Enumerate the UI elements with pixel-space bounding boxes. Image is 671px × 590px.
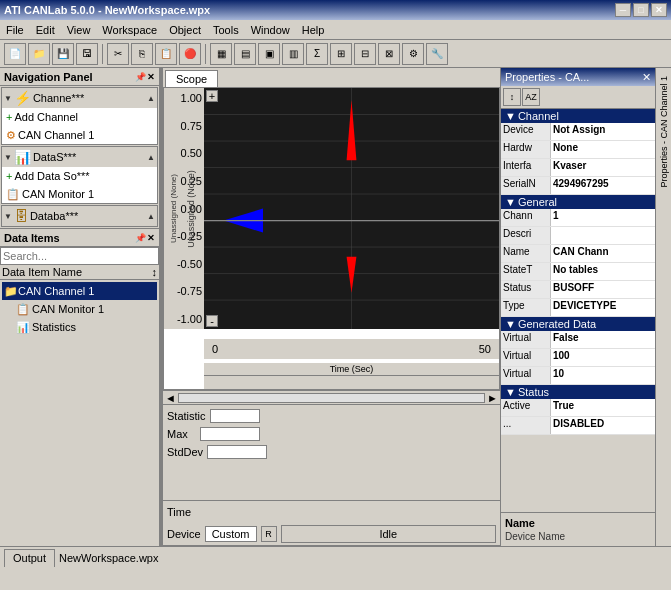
channel-section-header[interactable]: ▼ Channel (501, 109, 655, 123)
can-monitor-1-item[interactable]: 📋 CAN Monitor 1 (2, 185, 157, 203)
paste-button[interactable]: 📋 (155, 43, 177, 65)
h-scrollbar2[interactable] (178, 393, 485, 403)
stats-area: Statistic Max StdDev (163, 405, 500, 501)
props-az-btn[interactable]: AZ (522, 88, 540, 106)
chart-scroll-up[interactable]: + (206, 90, 218, 102)
scope-tab[interactable]: Scope (165, 70, 218, 87)
statistics-icon: 📊 (16, 321, 30, 334)
cut-button[interactable]: ✂ (107, 43, 129, 65)
tool-btn9[interactable]: ▥ (282, 43, 304, 65)
x-axis-title: Time (Sec) (330, 364, 374, 374)
props-row-status: Status BUSOFF (501, 281, 655, 299)
props-row-state: StateT No tables (501, 263, 655, 281)
close-button[interactable]: ✕ (651, 3, 667, 17)
channels-section-header[interactable]: ▼ ⚡ Channe*** ▲ (2, 88, 157, 108)
properties-close-btn[interactable]: ✕ (642, 71, 651, 84)
chart-scroll-down[interactable]: - (206, 315, 218, 327)
menu-workspace[interactable]: Workspace (96, 22, 163, 38)
new-button[interactable]: 📄 (4, 43, 26, 65)
x-label-0: 0 (212, 343, 218, 355)
general-section-label: General (518, 196, 557, 208)
tool-btn5[interactable]: 🔴 (179, 43, 201, 65)
nav-pin-button[interactable]: 📌 (135, 72, 146, 82)
datasources-section-header[interactable]: ▼ 📊 DataS*** ▲ (2, 147, 157, 167)
props-key-channel: Chann (501, 209, 551, 226)
svg-marker-10 (347, 257, 357, 293)
nav-close-button[interactable]: ✕ (147, 72, 155, 82)
menu-help[interactable]: Help (296, 22, 331, 38)
general-section-header[interactable]: ▼ General (501, 195, 655, 209)
data-items-panel: Data Items 📌 ✕ Data Item Name ↕ 📁 (0, 228, 159, 338)
maximize-button[interactable]: □ (633, 3, 649, 17)
can-channel-1-item[interactable]: ⚙ CAN Channel 1 (2, 126, 157, 144)
datasources-icon: 📊 (14, 149, 31, 165)
data-item-statistics[interactable]: 📊 Statistics (2, 318, 157, 336)
data-item-can-channel[interactable]: 📁 CAN Channel 1 (2, 282, 157, 300)
device-bar: Device Custom R Idle (163, 522, 500, 546)
data-items-pin[interactable]: 📌 (135, 233, 146, 243)
h-scrollbar[interactable] (204, 375, 499, 389)
add-channel-item[interactable]: + Add Channel (2, 108, 157, 126)
database-section-header[interactable]: ▼ 🗄 Databa*** ▲ (2, 206, 157, 226)
props-row-active: Active True (501, 399, 655, 417)
menu-object[interactable]: Object (163, 22, 207, 38)
tool-btn12[interactable]: ⊟ (354, 43, 376, 65)
props-key-disabled: ... (501, 417, 551, 434)
props-key-virtual2: Virtual (501, 349, 551, 366)
props-row-description: Descri (501, 227, 655, 245)
datasources-label: DataS*** (33, 151, 76, 163)
tab-bar: Scope (163, 68, 500, 87)
data-items-close[interactable]: ✕ (147, 233, 155, 243)
props-key-active: Active (501, 399, 551, 416)
save-button[interactable]: 💾 (52, 43, 74, 65)
props-sort-btn[interactable]: ↕ (503, 88, 521, 106)
tool-btn6[interactable]: ▦ (210, 43, 232, 65)
add-channel-label: Add Channel (14, 111, 78, 123)
filename-label: NewWorkspace.wpx (59, 552, 667, 564)
tool-btn7[interactable]: ▤ (234, 43, 256, 65)
database-icon: 🗄 (14, 208, 28, 224)
menu-edit[interactable]: Edit (30, 22, 61, 38)
tool-btn8[interactable]: ▣ (258, 43, 280, 65)
add-datasource-item[interactable]: + Add Data So*** (2, 167, 157, 185)
device-label: Device (167, 528, 201, 540)
props-val-virtual1: False (551, 331, 655, 348)
r-button[interactable]: R (261, 526, 277, 542)
nav-scroll-area: ▼ ⚡ Channe*** ▲ + Add Channel ⚙ CAN Chan… (0, 86, 159, 546)
output-tab[interactable]: Output (4, 549, 55, 567)
right-sidebar-tab-item[interactable]: Properties - CAN Channel 1 (658, 72, 670, 192)
channel-collapse-icon: ▼ (505, 110, 516, 122)
props-val-active: True (551, 399, 655, 416)
props-row-serial: SerialN 4294967295 (501, 177, 655, 195)
scroll-row: ◄ ► (163, 391, 500, 405)
custom-button[interactable]: Custom (205, 526, 257, 542)
data-items-header: Data Items 📌 ✕ (0, 229, 159, 247)
chart-area: Unassigned (None) (204, 88, 499, 329)
tool-btn13[interactable]: ⊠ (378, 43, 400, 65)
minimize-button[interactable]: ─ (615, 3, 631, 17)
x-label-50: 50 (479, 343, 491, 355)
tool-btn15[interactable]: 🔧 (426, 43, 448, 65)
can-channel-icon: ⚙ (6, 129, 16, 142)
scroll-right-btn[interactable]: ► (487, 392, 498, 404)
menu-tools[interactable]: Tools (207, 22, 245, 38)
generated-data-section-header[interactable]: ▼ Generated Data (501, 317, 655, 331)
tool-btn10[interactable]: Σ (306, 43, 328, 65)
stddev-box (207, 445, 267, 459)
menu-view[interactable]: View (61, 22, 97, 38)
tool-btn14[interactable]: ⚙ (402, 43, 424, 65)
data-search-input[interactable] (0, 247, 159, 265)
y-axis-title-container: Unassigned (None) (164, 88, 182, 329)
menu-file[interactable]: File (0, 22, 30, 38)
menu-window[interactable]: Window (245, 22, 296, 38)
add-datasource-icon: + (6, 170, 12, 182)
data-item-can-monitor[interactable]: 📋 CAN Monitor 1 (2, 300, 157, 318)
status-section-header[interactable]: ▼ Status (501, 385, 655, 399)
data-items-list: 📁 CAN Channel 1 📋 CAN Monitor 1 📊 Statis… (0, 280, 159, 338)
tool-btn11[interactable]: ⊞ (330, 43, 352, 65)
save-as-button[interactable]: 🖫 (76, 43, 98, 65)
scroll-left-btn[interactable]: ◄ (165, 392, 176, 404)
open-button[interactable]: 📁 (28, 43, 50, 65)
copy-button[interactable]: ⎘ (131, 43, 153, 65)
separator1 (102, 44, 103, 64)
